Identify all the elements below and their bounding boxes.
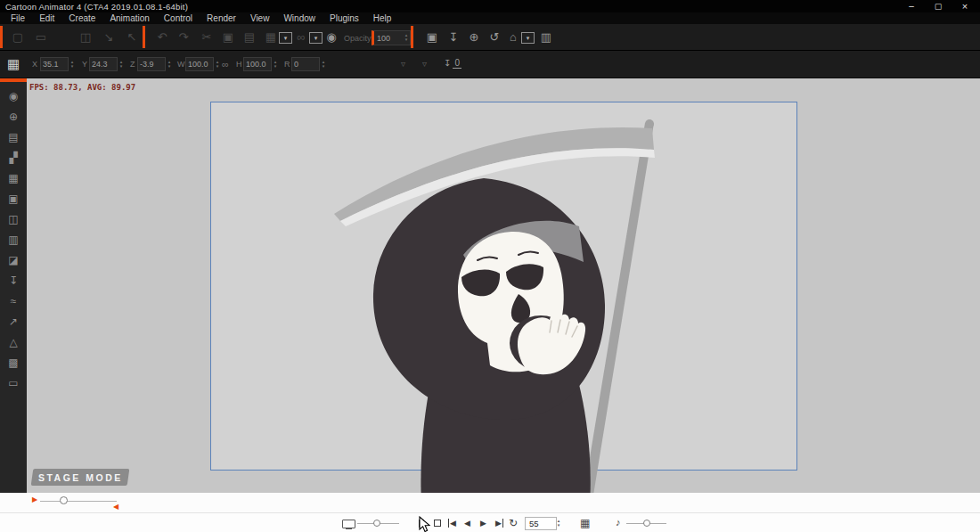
sidebar-tool-icon[interactable]: ◪: [8, 255, 18, 266]
menu-create[interactable]: Create: [61, 12, 102, 24]
skip-to-end-button[interactable]: ▶: [495, 519, 503, 528]
menu-plugins[interactable]: Plugins: [323, 12, 366, 24]
sidebar-tool-icon[interactable]: ↗: [9, 316, 18, 327]
chevron-down-icon[interactable]: ▿: [422, 59, 427, 69]
z-spinner[interactable]: ▴▾: [166, 57, 173, 70]
layer-order-indicator[interactable]: ↧0: [444, 58, 461, 68]
menu-view[interactable]: View: [243, 12, 277, 24]
collect-clip-icon[interactable]: ▦: [264, 30, 278, 44]
menu-edit[interactable]: Edit: [32, 12, 61, 24]
redo-icon[interactable]: ↷: [176, 30, 191, 44]
sidebar-tool-icon[interactable]: △: [9, 337, 17, 348]
undo-icon[interactable]: ↶: [155, 30, 169, 44]
playback-bar: ◀ ◀ ▶ ▶ ↻ ▴▾ ▦ ♪: [0, 512, 980, 532]
h-field[interactable]: [243, 57, 272, 71]
sidebar-tool-icon[interactable]: ▞: [9, 152, 17, 163]
camera-dropdown[interactable]: ▾: [521, 32, 535, 44]
w-spinner[interactable]: ▴▾: [214, 57, 221, 70]
maximize-button[interactable]: ▢: [925, 0, 951, 12]
range-knob[interactable]: [60, 496, 68, 504]
new-project-icon[interactable]: ▢: [11, 30, 25, 44]
timeline-grid-icon[interactable]: ▦: [580, 517, 590, 529]
grim-reaper-character[interactable]: [27, 78, 980, 493]
opacity-spinner[interactable]: ▴▾: [403, 30, 410, 44]
export-icon[interactable]: ↖: [125, 30, 139, 44]
y-field[interactable]: [89, 57, 118, 71]
move-icon[interactable]: ⊕: [467, 30, 481, 44]
spin-down-icon[interactable]: ▾: [323, 64, 325, 69]
menu-render[interactable]: Render: [200, 12, 243, 24]
menu-animation[interactable]: Animation: [102, 12, 156, 24]
stop-button[interactable]: [434, 520, 441, 527]
current-frame-input[interactable]: [525, 517, 557, 530]
sidebar-tool-icon[interactable]: ◫: [8, 214, 18, 225]
frame-spinner[interactable]: ▴▾: [555, 516, 562, 530]
x-field[interactable]: [40, 57, 69, 71]
sidebar-tool-icon[interactable]: ≈: [11, 296, 17, 307]
accent-divider: [0, 26, 3, 48]
open-project-icon[interactable]: ▭: [34, 30, 48, 44]
spin-down-icon[interactable]: ▾: [120, 64, 123, 69]
sidebar-tool-icon[interactable]: ▤: [8, 132, 18, 143]
pin-icon[interactable]: ↧: [446, 30, 461, 44]
cut-icon[interactable]: ✂: [200, 30, 214, 44]
columns-icon[interactable]: ▥: [539, 30, 553, 44]
sidebar-tool-icon[interactable]: ▥: [8, 234, 18, 245]
sidebar-tool-icon[interactable]: ◉: [9, 91, 18, 102]
w-field[interactable]: [185, 57, 214, 71]
zoom-slider-knob[interactable]: [373, 520, 380, 527]
volume-slider-knob[interactable]: [643, 520, 650, 527]
x-label: X: [32, 60, 37, 69]
sidebar-tool-icon[interactable]: ▭: [8, 378, 18, 389]
spin-down-icon[interactable]: ▾: [216, 64, 219, 69]
h-spinner[interactable]: ▴▾: [272, 57, 279, 70]
loop-button[interactable]: ↻: [509, 517, 518, 529]
preview-camera-icon[interactable]: ▣: [425, 30, 439, 44]
spin-down-icon[interactable]: ▾: [558, 523, 560, 528]
paste-icon[interactable]: ▤: [242, 30, 257, 44]
save-icon[interactable]: ◫: [78, 30, 93, 44]
home-icon[interactable]: ⌂: [506, 30, 520, 44]
r-field[interactable]: [291, 57, 320, 71]
range-scrub-row: ▶ ◀: [0, 493, 980, 512]
copy-icon[interactable]: ▣: [221, 30, 235, 44]
pause-button[interactable]: [419, 520, 424, 528]
menu-help[interactable]: Help: [366, 12, 399, 24]
stage-mode-button[interactable]: STAGE MODE: [31, 469, 130, 486]
lock-aspect-icon[interactable]: ∞: [222, 59, 229, 70]
range-track[interactable]: [40, 501, 117, 502]
sidebar-tool-icon[interactable]: ↧: [9, 275, 18, 286]
z-field[interactable]: [137, 57, 166, 71]
range-start-marker[interactable]: ▶: [32, 496, 37, 503]
previous-frame-button[interactable]: ◀: [464, 519, 470, 528]
clip-dropdown[interactable]: ▾: [279, 32, 292, 44]
x-spinner[interactable]: ▴▾: [69, 57, 76, 70]
sidebar-tool-icon[interactable]: ▦: [8, 173, 18, 184]
y-spinner[interactable]: ▴▾: [118, 57, 125, 70]
range-end-marker[interactable]: ◀: [113, 503, 118, 511]
minimize-button[interactable]: –: [898, 0, 925, 12]
close-button[interactable]: ×: [951, 0, 978, 12]
w-label: W: [177, 60, 185, 69]
spin-down-icon[interactable]: ▾: [274, 64, 277, 69]
spin-down-icon[interactable]: ▾: [168, 64, 171, 69]
link-icon[interactable]: ∞: [294, 30, 308, 44]
r-spinner[interactable]: ▴▾: [320, 57, 327, 70]
grid-snap-icon[interactable]: ▦: [7, 56, 20, 72]
skip-to-start-button[interactable]: ◀: [448, 519, 456, 528]
menu-file[interactable]: File: [4, 12, 32, 24]
stage-viewport[interactable]: FPS: 88.73, AVG: 89.97 STAGE MODE: [27, 78, 980, 493]
sidebar-tool-icon[interactable]: ▩: [8, 357, 18, 368]
sidebar-tool-icon[interactable]: ⊕: [9, 111, 18, 122]
link-dropdown[interactable]: ▾: [309, 32, 323, 44]
menu-window[interactable]: Window: [276, 12, 323, 24]
spin-down-icon[interactable]: ▾: [71, 64, 74, 69]
sidebar-tool-icon[interactable]: ▣: [8, 193, 18, 204]
eye-icon[interactable]: ◉: [324, 30, 339, 44]
play-button[interactable]: ▶: [480, 519, 486, 528]
menu-control[interactable]: Control: [157, 12, 200, 24]
spin-down-icon[interactable]: ▾: [405, 37, 408, 42]
rotate-icon[interactable]: ↺: [487, 30, 502, 44]
import-icon[interactable]: ↘: [102, 30, 116, 44]
chevron-down-icon[interactable]: ▿: [401, 59, 405, 69]
